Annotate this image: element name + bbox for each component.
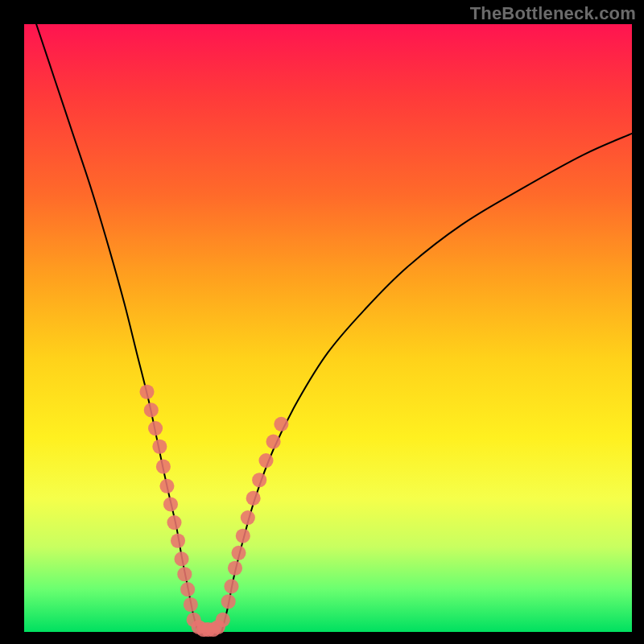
dot-left-dots xyxy=(148,421,163,436)
dot-bottom-dots xyxy=(216,613,230,627)
chart-svg xyxy=(24,24,632,632)
curve-layer xyxy=(36,24,632,632)
dot-left-dots xyxy=(184,597,198,612)
dot-left-dots xyxy=(144,402,159,417)
dot-left-dots xyxy=(177,567,192,581)
dot-right-dots xyxy=(236,529,250,543)
dot-right-dots xyxy=(224,579,238,593)
dot-right-dots xyxy=(246,491,261,506)
dot-right-dots xyxy=(252,473,266,487)
dot-left-dots xyxy=(159,479,174,493)
dot-right-dots xyxy=(274,417,288,431)
plot-area xyxy=(24,24,632,632)
dot-left-dots xyxy=(152,440,167,454)
dot-right-dots xyxy=(266,435,280,449)
watermark-label: TheBottleneck.com xyxy=(470,3,636,24)
dot-left-dots xyxy=(174,551,188,566)
dot-right-dots xyxy=(228,561,242,576)
series-right-branch xyxy=(221,134,632,632)
dot-right-dots xyxy=(241,510,255,525)
dot-left-dots xyxy=(139,385,154,399)
dot-left-dots xyxy=(167,515,181,530)
dot-layer xyxy=(139,385,288,637)
dot-left-dots xyxy=(156,460,171,474)
dot-left-dots xyxy=(163,497,178,511)
dot-right-dots xyxy=(231,546,246,560)
dot-right-dots xyxy=(221,594,236,609)
dot-left-dots xyxy=(171,534,185,548)
dot-left-dots xyxy=(180,582,195,597)
chart-stage: TheBottleneck.com xyxy=(0,0,644,644)
dot-right-dots xyxy=(258,453,273,468)
